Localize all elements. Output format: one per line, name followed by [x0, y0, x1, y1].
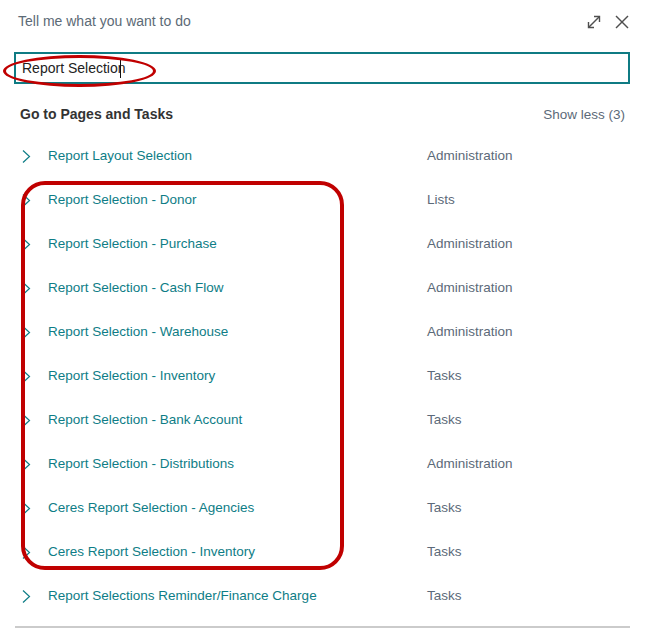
result-category: Administration [427, 233, 513, 255]
result-row[interactable]: Report Selection - Donor Lists [0, 189, 646, 211]
result-category: Tasks [427, 365, 462, 387]
result-category: Tasks [427, 585, 462, 607]
result-category: Administration [427, 277, 513, 299]
result-row[interactable]: Report Selection - Warehouse Administrat… [0, 321, 646, 343]
result-category: Administration [427, 453, 513, 475]
chevron-right-icon[interactable] [22, 589, 31, 604]
result-category: Administration [427, 145, 513, 167]
result-link[interactable]: Ceres Report Selection - Agencies [48, 497, 254, 519]
result-link[interactable]: Report Selection - Warehouse [48, 321, 228, 343]
chevron-right-icon[interactable] [22, 413, 31, 428]
chevron-right-icon[interactable] [22, 545, 31, 560]
result-row[interactable]: Report Layout Selection Administration [0, 145, 646, 167]
result-row[interactable]: Ceres Report Selection - Inventory Tasks [0, 541, 646, 563]
result-link[interactable]: Report Selections Reminder/Finance Charg… [48, 585, 317, 607]
chevron-right-icon[interactable] [22, 457, 31, 472]
chevron-right-icon[interactable] [22, 237, 31, 252]
result-row[interactable]: Report Selections Reminder/Finance Charg… [0, 585, 646, 607]
tell-me-dialog: Tell me what you want to do Go to Pages … [0, 0, 646, 637]
result-link[interactable]: Report Selection - Purchase [48, 233, 217, 255]
result-category: Tasks [427, 497, 462, 519]
result-category: Tasks [427, 409, 462, 431]
result-category: Lists [427, 189, 455, 211]
chevron-right-icon[interactable] [22, 149, 31, 164]
result-link[interactable]: Report Selection - Bank Account [48, 409, 242, 431]
result-link[interactable]: Ceres Report Selection - Inventory [48, 541, 255, 563]
result-link[interactable]: Report Selection - Cash Flow [48, 277, 224, 299]
result-link[interactable]: Report Selection - Inventory [48, 365, 215, 387]
results-list: Report Layout Selection Administration R… [0, 0, 646, 637]
result-row[interactable]: Report Selection - Purchase Administrati… [0, 233, 646, 255]
result-category: Tasks [427, 541, 462, 563]
result-row[interactable]: Report Selection - Bank Account Tasks [0, 409, 646, 431]
chevron-right-icon[interactable] [22, 325, 31, 340]
result-row[interactable]: Report Selection - Cash Flow Administrat… [0, 277, 646, 299]
result-row[interactable]: Report Selection - Distributions Adminis… [0, 453, 646, 475]
chevron-right-icon[interactable] [22, 193, 31, 208]
result-category: Administration [427, 321, 513, 343]
result-row[interactable]: Ceres Report Selection - Agencies Tasks [0, 497, 646, 519]
result-link[interactable]: Report Layout Selection [48, 145, 192, 167]
chevron-right-icon[interactable] [22, 281, 31, 296]
result-link[interactable]: Report Selection - Donor [48, 189, 197, 211]
bottom-divider [15, 626, 630, 628]
chevron-right-icon[interactable] [22, 369, 31, 384]
result-row[interactable]: Report Selection - Inventory Tasks [0, 365, 646, 387]
chevron-right-icon[interactable] [22, 501, 31, 516]
result-link[interactable]: Report Selection - Distributions [48, 453, 234, 475]
